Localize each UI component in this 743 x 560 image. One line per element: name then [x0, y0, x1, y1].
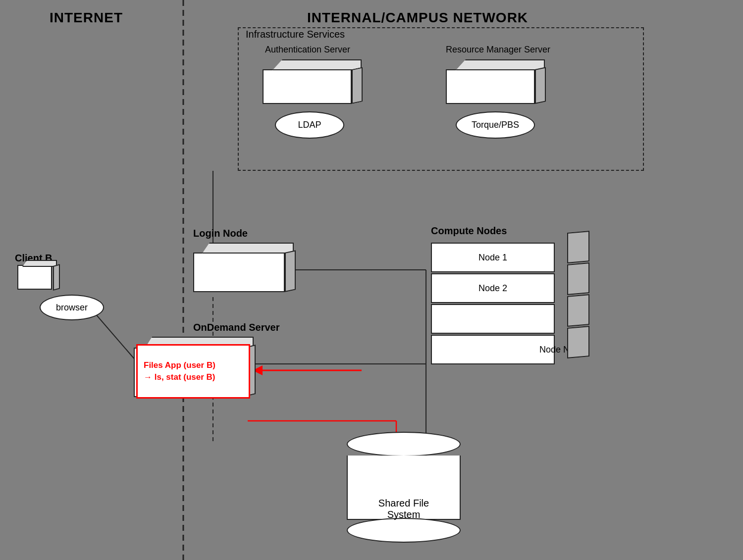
files-app-line2: → ls, stat (user B) — [144, 371, 215, 383]
files-app-box: Files App (user B) → ls, stat (user B) — [136, 344, 250, 399]
login-node-label: Login Node — [193, 228, 248, 239]
client-b-computer — [17, 265, 52, 290]
resource-server-label: Resource Manager Server — [446, 45, 550, 55]
ldap-oval: LDAP — [275, 111, 344, 139]
internet-label: INTERNET — [50, 10, 123, 26]
svg-line-14 — [92, 309, 139, 364]
auth-server-label: Authentication Server — [265, 45, 350, 55]
files-app-line1: Files App (user B) — [144, 359, 215, 371]
ondemand-server-label: OnDemand Server — [193, 322, 280, 333]
node1-box: Node 1 — [431, 243, 555, 272]
compute-nodes-side — [567, 233, 589, 358]
resource-server-3d — [446, 59, 545, 104]
auth-server-3d — [263, 59, 362, 104]
compute-nodes-stack: Node 1 Node 2 Node N — [431, 243, 575, 364]
infra-services-label: Infrastructure Services — [243, 29, 348, 40]
node2-box: Node 2 — [431, 273, 555, 303]
login-node-server — [193, 243, 292, 297]
nodeN-box: Node N — [431, 335, 555, 364]
compute-nodes-label: Compute Nodes — [431, 225, 507, 237]
shared-filesystem-label: Shared File System — [347, 498, 461, 520]
shared-filesystem-cylinder — [347, 431, 461, 544]
torque-oval: Torque/PBS — [456, 111, 535, 139]
network-label: INTERNAL/CAMPUS NETWORK — [307, 10, 528, 26]
browser-oval: browser — [40, 295, 104, 320]
node-empty-box — [431, 304, 555, 334]
